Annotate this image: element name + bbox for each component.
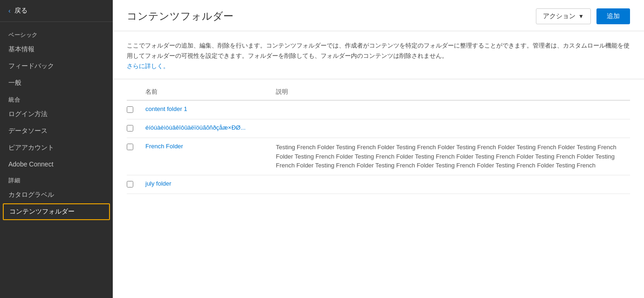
folder-desc-3: Testing French Folder Testing French Fol… xyxy=(276,143,630,170)
folder-link-2[interactable]: éíóúàèìòùâêîôûäëïöüãõñðçåæ×ÐØ... xyxy=(145,124,246,131)
back-label: 戻る xyxy=(14,7,27,15)
table-row: july folder xyxy=(127,175,630,194)
section-label-detail: 詳細 xyxy=(0,172,113,187)
section-label-integration: 統合 xyxy=(0,91,113,106)
action-label: アクション xyxy=(543,12,575,21)
sidebar: ‹ 戻る ベーシック 基本情報 フィードバック 一般 統合 ログイン方法 データ… xyxy=(0,0,113,298)
table-row: éíóúàèìòùâêîôûäëïöüãõñðçåæ×ÐØ... xyxy=(127,119,630,138)
row-checkbox-4[interactable] xyxy=(127,181,133,187)
sidebar-section-detail: 詳細 カタログラベル コンテンツフォルダー xyxy=(0,172,113,220)
sidebar-item-peer-account[interactable]: ピアアカウント xyxy=(0,139,113,156)
header-actions: アクション ▼ 追加 xyxy=(536,8,630,24)
sidebar-section-integration: 統合 ログイン方法 データソース ピアアカウント Adobe Connect xyxy=(0,91,113,172)
row-checkbox-2[interactable] xyxy=(127,125,133,132)
section-label-basic: ベーシック xyxy=(0,27,113,41)
col-header-desc: 説明 xyxy=(276,88,630,96)
action-dropdown-button[interactable]: アクション ▼ xyxy=(536,8,591,24)
table-row: content folder 1 xyxy=(127,101,630,119)
sidebar-item-basic-info[interactable]: 基本情報 xyxy=(0,41,113,58)
row-checkbox-1[interactable] xyxy=(127,106,133,113)
sidebar-item-feedback[interactable]: フィードバック xyxy=(0,58,113,75)
description-text: ここでフォルダーの追加、編集、削除を行います。コンテンツフォルダーでは、作成者が… xyxy=(127,42,630,59)
add-button[interactable]: 追加 xyxy=(596,8,630,24)
sidebar-item-catalog-label[interactable]: カタログラベル xyxy=(0,187,113,203)
sidebar-section-basic: ベーシック 基本情報 フィードバック 一般 xyxy=(0,27,113,91)
dropdown-arrow-icon: ▼ xyxy=(578,13,584,20)
folder-link-3[interactable]: French Folder xyxy=(145,143,183,150)
page-title: コンテンツフォルダー xyxy=(127,9,233,23)
row-checkbox-3[interactable] xyxy=(127,144,133,150)
main-header: コンテンツフォルダー アクション ▼ 追加 xyxy=(113,0,644,31)
table-header: 名前 説明 xyxy=(127,84,630,101)
details-link[interactable]: さらに詳しく。 xyxy=(127,62,169,69)
sidebar-item-adobe-connect[interactable]: Adobe Connect xyxy=(0,156,113,172)
folder-link-4[interactable]: july folder xyxy=(145,180,171,187)
sidebar-item-login-method[interactable]: ログイン方法 xyxy=(0,106,113,123)
folder-link-1[interactable]: content folder 1 xyxy=(145,105,187,112)
table-row: French Folder Testing French Folder Test… xyxy=(127,138,630,175)
sidebar-item-data-source[interactable]: データソース xyxy=(0,123,113,139)
back-button[interactable]: ‹ 戻る xyxy=(0,0,113,22)
description-area: ここでフォルダーの追加、編集、削除を行います。コンテンツフォルダーでは、作成者が… xyxy=(113,31,644,79)
sidebar-item-general[interactable]: 一般 xyxy=(0,75,113,91)
col-header-name: 名前 xyxy=(145,88,276,96)
chevron-left-icon: ‹ xyxy=(8,7,11,14)
main-content: コンテンツフォルダー アクション ▼ 追加 ここでフォルダーの追加、編集、削除を… xyxy=(113,0,644,298)
table-container: 名前 説明 content folder 1 éíóúàèìòùâêîôûäëï… xyxy=(113,84,644,194)
sidebar-item-content-folder[interactable]: コンテンツフォルダー xyxy=(3,203,110,220)
